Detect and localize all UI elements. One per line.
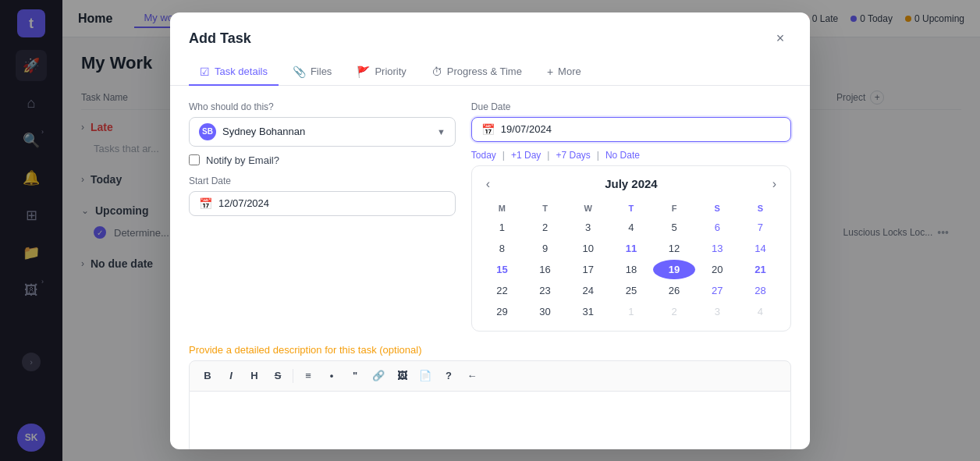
editor-ordered-list[interactable]: ≡: [298, 366, 318, 386]
cal-day-29[interactable]: 29: [481, 302, 523, 321]
assignee-select[interactable]: SB Sydney Bohannan ▼: [189, 117, 456, 147]
cal-day-31[interactable]: 31: [567, 302, 609, 321]
select-arrow-icon: ▼: [437, 127, 446, 137]
cal-header-t2: T: [610, 200, 652, 216]
tab-priority[interactable]: 🚩 Priority: [346, 59, 417, 86]
cal-header-f: F: [653, 200, 694, 216]
cal-day-3[interactable]: 3: [567, 218, 609, 237]
cal-day-17[interactable]: 17: [567, 260, 609, 279]
tab-more[interactable]: + More: [536, 59, 592, 86]
cal-day-22[interactable]: 22: [481, 281, 523, 300]
modal-body: Who should do this? SB Sydney Bohannan ▼…: [170, 86, 810, 449]
cal-day-30[interactable]: 30: [524, 302, 566, 321]
due-date-section: Due Date 📅 19/07/2024 Today | +1 Day | +…: [471, 101, 791, 332]
due-date-label: Due Date: [471, 101, 791, 112]
editor-divider-1: [293, 369, 293, 383]
editor-back[interactable]: ←: [462, 366, 482, 386]
cal-day-9[interactable]: 9: [524, 239, 566, 258]
editor-quote[interactable]: ": [345, 366, 365, 386]
cal-day-16[interactable]: 16: [524, 260, 566, 279]
cal-day-25[interactable]: 25: [610, 281, 652, 300]
calendar-grid: M T W T F S S 1 2 3 4 5: [481, 200, 781, 321]
editor-link[interactable]: 🔗: [368, 366, 389, 386]
due-date-calendar-icon: 📅: [481, 123, 495, 136]
tab-files[interactable]: 📎 Files: [282, 59, 343, 86]
priority-icon: 🚩: [357, 66, 370, 78]
editor-unordered-list[interactable]: •: [321, 366, 342, 386]
description-section: Provide a detailed description for this …: [189, 344, 791, 449]
cal-day-2[interactable]: 2: [524, 218, 566, 237]
shortcut-no-date[interactable]: No Date: [605, 150, 640, 161]
cal-header-m: M: [481, 200, 523, 216]
cal-day-8[interactable]: 8: [481, 239, 523, 258]
cal-day-aug3[interactable]: 3: [697, 302, 738, 321]
editor-help[interactable]: ?: [439, 366, 459, 386]
more-icon: +: [547, 66, 553, 78]
editor-image[interactable]: 🖼: [392, 366, 412, 386]
notify-label: Notify by Email?: [206, 154, 279, 166]
modal-overlay: Add Task × ☑ Task details 📎 Files 🚩 Prio…: [0, 0, 980, 461]
editor-strikethrough[interactable]: S: [268, 366, 288, 386]
cal-day-4[interactable]: 4: [610, 218, 652, 237]
description-optional: (optional): [379, 344, 421, 356]
modal-close-button[interactable]: ×: [769, 28, 791, 50]
editor-doc[interactable]: 📄: [415, 366, 435, 386]
cal-day-27[interactable]: 27: [697, 281, 738, 300]
cal-day-14[interactable]: 14: [740, 239, 781, 258]
cal-day-18[interactable]: 18: [610, 260, 652, 279]
cal-header-t1: T: [524, 200, 566, 216]
cal-header-s2: S: [740, 200, 781, 216]
cal-day-5[interactable]: 5: [653, 218, 694, 237]
start-date-value: 12/07/2024: [218, 197, 446, 209]
cal-day-aug4[interactable]: 4: [740, 302, 781, 321]
tab-task-details[interactable]: ☑ Task details: [189, 59, 279, 86]
editor-heading[interactable]: H: [244, 366, 265, 386]
assignee-label: Who should do this?: [189, 101, 456, 112]
shortcut-today[interactable]: Today: [471, 150, 496, 161]
cal-day-15[interactable]: 15: [481, 260, 523, 279]
due-date-input[interactable]: 📅 19/07/2024: [471, 117, 791, 142]
assignee-avatar: SB: [199, 123, 216, 140]
cal-day-23[interactable]: 23: [524, 281, 566, 300]
cal-day-24[interactable]: 24: [567, 281, 609, 300]
cal-day-19[interactable]: 19: [653, 260, 694, 279]
cal-day-12[interactable]: 12: [653, 239, 694, 258]
calendar-next-btn[interactable]: ›: [768, 176, 781, 193]
start-date-input[interactable]: 📅 12/07/2024: [189, 191, 456, 216]
cal-header-s1: S: [697, 200, 738, 216]
cal-day-21[interactable]: 21: [740, 260, 781, 279]
files-icon: 📎: [293, 66, 306, 78]
cal-day-28[interactable]: 28: [740, 281, 781, 300]
start-date-group: Start Date 📅 12/07/2024: [189, 176, 456, 216]
editor-bold[interactable]: B: [197, 366, 218, 386]
cal-day-11[interactable]: 11: [610, 239, 652, 258]
assignee-name: Sydney Bohannan: [222, 126, 431, 137]
cal-day-20[interactable]: 20: [697, 260, 738, 279]
due-date-group: Due Date 📅 19/07/2024 Today | +1 Day | +…: [471, 101, 791, 161]
description-label: Provide a detailed description for this …: [189, 344, 791, 356]
calendar-header: ‹ July 2024 ›: [481, 176, 781, 193]
shortcut-plus7days[interactable]: +7 Days: [556, 150, 590, 161]
shortcut-plus1day[interactable]: +1 Day: [511, 150, 541, 161]
cal-day-6[interactable]: 6: [697, 218, 738, 237]
notify-checkbox[interactable]: [189, 154, 200, 165]
modal-title: Add Task: [189, 30, 251, 47]
modal-tabs: ☑ Task details 📎 Files 🚩 Priority ⏱ Prog…: [170, 50, 810, 86]
cal-day-aug2[interactable]: 2: [653, 302, 694, 321]
editor-content[interactable]: [189, 392, 791, 449]
cal-day-26[interactable]: 26: [653, 281, 694, 300]
add-task-modal: Add Task × ☑ Task details 📎 Files 🚩 Prio…: [170, 12, 810, 449]
assignee-group: Who should do this? SB Sydney Bohannan ▼…: [189, 101, 456, 166]
tab-progress-time[interactable]: ⏱ Progress & Time: [421, 59, 533, 86]
cal-day-13[interactable]: 13: [697, 239, 738, 258]
cal-day-aug1[interactable]: 1: [610, 302, 652, 321]
editor-toolbar: B I H S ≡ • " 🔗 🖼 📄 ? ←: [189, 360, 791, 392]
cal-day-1[interactable]: 1: [481, 218, 523, 237]
calendar-prev-btn[interactable]: ‹: [481, 176, 495, 193]
cal-day-7[interactable]: 7: [740, 218, 781, 237]
calendar-title: July 2024: [605, 177, 658, 190]
task-details-icon: ☑: [200, 66, 210, 78]
cal-day-10[interactable]: 10: [567, 239, 609, 258]
calendar: ‹ July 2024 › M T W T F S S: [471, 165, 791, 332]
editor-italic[interactable]: I: [221, 366, 241, 386]
